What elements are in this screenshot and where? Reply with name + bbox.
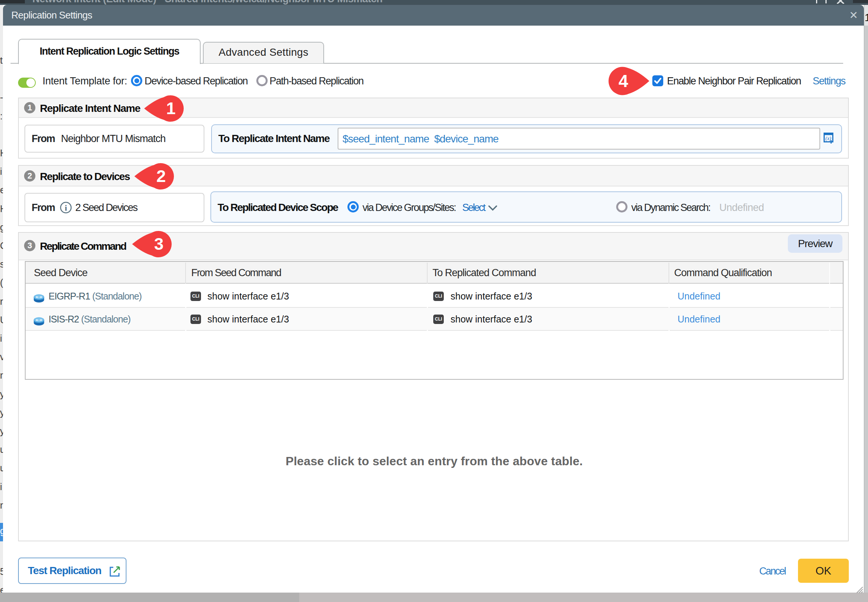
- svg-text:2: 2: [156, 166, 165, 186]
- svg-text:4: 4: [618, 71, 628, 91]
- svg-text:i: i: [65, 203, 67, 212]
- svg-text:(x): (x): [825, 136, 831, 142]
- svg-text:1: 1: [166, 99, 175, 118]
- svg-text:3: 3: [154, 234, 163, 253]
